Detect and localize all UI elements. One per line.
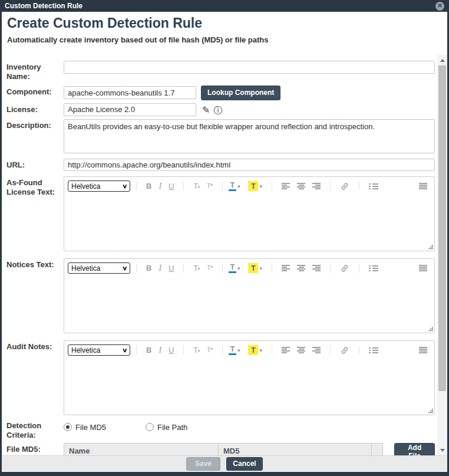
select-caret-icon: ∨	[122, 265, 128, 271]
highlight-color-button[interactable]: T	[248, 263, 258, 273]
save-button[interactable]: Save	[186, 457, 220, 471]
align-left-button[interactable]	[282, 347, 290, 353]
license-info-icon[interactable]: ⓘ	[213, 106, 222, 114]
radio-file-path[interactable]: File Path	[146, 423, 187, 432]
align-left-button[interactable]	[282, 183, 290, 189]
italic-button[interactable]: I	[159, 346, 161, 355]
file-md5-row: File MD5: Name MD5 Add File	[6, 443, 447, 455]
align-center-icon	[297, 347, 305, 353]
text-color-button[interactable]: T	[229, 345, 236, 355]
bold-button[interactable]: B	[146, 264, 151, 273]
radio-file-md5[interactable]: File MD5	[64, 423, 106, 432]
license-label: License:	[6, 103, 64, 114]
align-center-button[interactable]	[297, 265, 305, 271]
ordered-list-button[interactable]	[369, 183, 378, 190]
file-md5-table-header: Name MD5	[64, 444, 382, 455]
font-family-select[interactable]: Helvetica ∨	[68, 344, 130, 356]
scrollbar-down-button[interactable]	[437, 445, 447, 455]
url-input[interactable]	[64, 159, 435, 171]
radio-file-path-control[interactable]	[146, 423, 154, 431]
text-color-caret-icon[interactable]: ▾	[237, 347, 240, 353]
notices-text-row: Notices Text: Helvetica ∨ B I U	[6, 258, 447, 333]
detection-criteria-row: Detection Criteria: File MD5 File Path	[6, 419, 447, 441]
dialog-header: Create Custom Detection Rule Automatical…	[2, 12, 447, 55]
link-button[interactable]	[340, 264, 349, 273]
increase-font-button[interactable]: T▴	[193, 346, 200, 354]
justify-button[interactable]	[419, 265, 427, 272]
text-color-caret-icon[interactable]: ▾	[237, 183, 240, 189]
url-label: URL:	[6, 159, 64, 170]
shrink-caret-icon: ▾	[210, 183, 213, 188]
link-button[interactable]	[340, 182, 349, 191]
font-family-select[interactable]: Helvetica ∨	[68, 262, 130, 274]
notices-text-label: Notices Text:	[6, 258, 64, 270]
ordered-list-icon	[369, 265, 378, 272]
increase-font-button[interactable]: T▴	[193, 264, 200, 273]
decrease-font-button[interactable]: T▾	[207, 265, 213, 271]
align-right-icon	[312, 265, 321, 271]
ordered-list-button[interactable]	[369, 347, 378, 354]
align-right-button[interactable]	[312, 347, 321, 353]
link-icon	[340, 264, 349, 273]
highlight-color-caret-icon[interactable]: ▾	[259, 265, 262, 271]
notices-text-editor: Helvetica ∨ B I U T▴ T▾	[64, 258, 435, 333]
align-center-icon	[297, 183, 305, 189]
custom-detection-rule-dialog: Custom Detection Rule ✕ Create Custom De…	[0, 0, 449, 476]
highlight-color-caret-icon[interactable]: ▾	[259, 347, 262, 353]
underline-button[interactable]: U	[169, 182, 174, 191]
edit-license-icon[interactable]: ✎	[202, 106, 210, 115]
align-left-icon	[282, 265, 290, 271]
text-color-caret-icon[interactable]: ▾	[237, 265, 240, 271]
description-textarea[interactable]: BeanUtils provides an easy-to-use but fl…	[64, 119, 435, 153]
bold-button[interactable]: B	[146, 346, 151, 354]
align-right-icon	[312, 347, 321, 353]
radio-file-md5-control[interactable]	[64, 423, 72, 431]
column-header-name[interactable]: Name	[64, 444, 219, 455]
ordered-list-button[interactable]	[369, 265, 378, 272]
align-left-icon	[282, 183, 290, 189]
italic-button[interactable]: I	[159, 264, 161, 273]
italic-button[interactable]: I	[159, 182, 161, 191]
audit-notes-editor-body[interactable]	[64, 360, 434, 415]
vertical-scrollbar[interactable]	[437, 55, 447, 455]
shrink-caret-icon: ▾	[210, 265, 213, 270]
lookup-component-button[interactable]: Lookup Component	[201, 86, 280, 100]
align-left-button[interactable]	[282, 265, 290, 271]
radio-file-path-label: File Path	[157, 423, 187, 432]
ordered-list-icon	[369, 183, 378, 190]
align-right-button[interactable]	[312, 265, 321, 271]
scrollbar-up-button[interactable]	[437, 55, 447, 65]
bold-button[interactable]: B	[146, 182, 151, 191]
highlight-color-button[interactable]: T	[248, 181, 258, 191]
align-right-button[interactable]	[312, 183, 321, 189]
close-icon[interactable]: ✕	[435, 2, 444, 11]
editor-toolbar: Helvetica ∨ B I U T▴ T▾	[64, 341, 434, 360]
increase-font-button[interactable]: T▴	[193, 182, 200, 191]
link-button[interactable]	[340, 346, 349, 355]
inventory-name-label: Inventory Name:	[6, 61, 64, 82]
component-input[interactable]	[64, 86, 196, 99]
decrease-font-button[interactable]: T▾	[207, 183, 213, 189]
align-center-icon	[297, 265, 305, 271]
justify-button[interactable]	[419, 183, 427, 190]
decrease-font-button[interactable]: T▾	[207, 347, 213, 353]
text-color-button[interactable]: T	[229, 263, 236, 273]
cancel-button[interactable]: Cancel	[226, 457, 263, 471]
dialog-footer: Save Cancel	[2, 455, 447, 472]
add-file-button[interactable]: Add File	[394, 443, 435, 455]
column-header-md5[interactable]: MD5	[219, 444, 372, 455]
as-found-license-editor-body[interactable]	[64, 196, 434, 251]
highlight-color-button[interactable]: T	[248, 345, 258, 355]
scrollbar-thumb[interactable]	[438, 65, 446, 391]
highlight-color-caret-icon[interactable]: ▾	[259, 183, 262, 189]
justify-button[interactable]	[419, 347, 427, 354]
align-center-button[interactable]	[297, 347, 305, 353]
underline-button[interactable]: U	[169, 264, 174, 273]
notices-text-editor-body[interactable]	[64, 278, 434, 333]
font-family-select[interactable]: Helvetica ∨	[68, 180, 130, 192]
license-input[interactable]	[64, 103, 196, 116]
underline-button[interactable]: U	[169, 346, 174, 354]
align-center-button[interactable]	[297, 183, 305, 189]
inventory-name-input[interactable]	[64, 61, 435, 74]
text-color-button[interactable]: T	[229, 181, 236, 191]
